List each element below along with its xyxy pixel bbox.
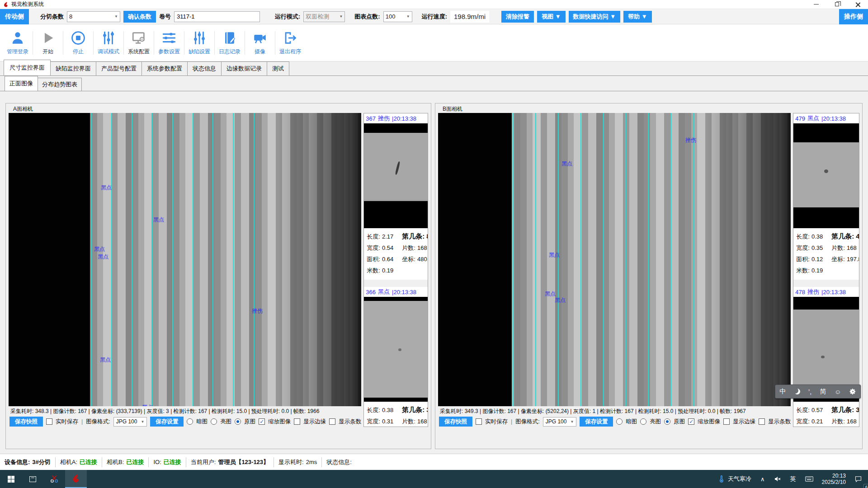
ime-mode-chinese[interactable]: 中 [779, 388, 786, 396]
defect-card: 367 挫伤 |20:13:38 长度:2.17 第几条:8 宽度:0.54 [364, 113, 428, 280]
operation-side-button[interactable]: 操作侧 [839, 9, 868, 24]
defect-mark [395, 161, 401, 174]
tab-test[interactable]: 测试 [267, 61, 289, 75]
title-bar: 视觉检测系统 [0, 0, 868, 9]
view-menu-button[interactable]: 视图 ▼ [537, 11, 565, 23]
original-image-radio[interactable] [235, 418, 241, 425]
run-mode-select[interactable]: 双面检测▼ [303, 11, 345, 22]
exit-program-button[interactable]: 退出程序 [275, 27, 305, 59]
monitor-gear-icon [131, 30, 146, 46]
stop-button[interactable]: 停止 [63, 27, 93, 59]
realtime-save-checkbox[interactable] [476, 418, 482, 425]
tab-defect-monitor[interactable]: 缺陷监控界面 [50, 61, 96, 75]
zoom-image-checkbox[interactable]: ✓ [688, 418, 694, 425]
ime-simplified[interactable]: 简 [820, 388, 826, 396]
zoom-image-label: 缩放图像 [698, 418, 720, 426]
tab-edge-data[interactable]: 边缘数据记录 [221, 61, 267, 75]
save-settings-button[interactable]: 保存设置 [580, 417, 613, 427]
show-edge-checkbox[interactable] [723, 418, 730, 425]
close-button[interactable] [847, 0, 868, 9]
bright-image-label: 亮图 [220, 418, 231, 426]
chart-points-select[interactable]: 100▼ [383, 11, 412, 22]
system-config-button[interactable]: 系统配置 [124, 27, 154, 59]
slit-boundary-line [254, 113, 255, 406]
image-format-select[interactable]: JPG 100▼ [543, 417, 577, 427]
defect-thumbnail[interactable] [364, 297, 428, 402]
defect-id: 478 [795, 289, 805, 296]
device-info: 设备信息: 3#分切 [0, 457, 56, 467]
confirm-count-button[interactable]: 确认条数 [123, 11, 156, 23]
slit-count-label: 分切条数 [40, 13, 64, 21]
zoom-image-checkbox[interactable]: ✓ [259, 418, 265, 425]
ime-toolbar[interactable]: 中 ’, 简 ☺ [775, 385, 861, 399]
roll-no-label: 卷号 [159, 13, 171, 21]
start-button[interactable]: 开始 [33, 27, 63, 59]
tab-front-image[interactable]: 正面图像 [5, 76, 38, 91]
save-settings-button[interactable]: 保存设置 [150, 417, 184, 427]
fullwidth-moon-icon[interactable] [794, 389, 800, 394]
io-connection: IO: 已连接 [149, 457, 186, 467]
show-strips-checkbox[interactable] [329, 418, 335, 425]
original-image-radio[interactable] [664, 418, 670, 425]
realtime-save-checkbox[interactable] [46, 418, 52, 425]
defect-time: |20:13:38 [392, 289, 416, 296]
help-menu-button[interactable]: 帮助 ▼ [623, 11, 651, 23]
defect-settings-button[interactable]: 缺陷设置 [184, 27, 214, 59]
tab-trend-chart[interactable]: 分布趋势图表 [38, 78, 82, 91]
slit-count-select[interactable]: 8▼ [67, 11, 120, 22]
defect-thumbnail[interactable] [364, 123, 428, 228]
show-strips-checkbox[interactable] [759, 418, 765, 425]
slit-boundary-line [670, 113, 671, 406]
language-indicator[interactable]: 英 [786, 470, 800, 488]
volume-muted-button[interactable] [770, 470, 785, 488]
log-record-button[interactable]: 日志记录 [215, 27, 245, 59]
slit-boundary-line [91, 113, 92, 406]
start-button[interactable] [0, 470, 22, 488]
image-format-select[interactable]: JPG 100▼ [113, 417, 147, 427]
param-settings-button[interactable]: 参数设置 [154, 27, 184, 59]
camera-a-image[interactable]: 黑点黑点黑点黑点黑点黑点挫伤 [9, 113, 361, 406]
gear-icon[interactable] [849, 388, 856, 395]
defect-id: 367 [366, 115, 376, 122]
tab-size-monitor[interactable]: 尺寸监控界面 [4, 60, 51, 75]
tab-product-model[interactable]: 产品型号配置 [96, 61, 142, 75]
task-view-button[interactable] [22, 470, 43, 488]
transmission-side-button[interactable]: 传动侧 [0, 9, 29, 24]
action-center-button[interactable]: 6 [850, 470, 866, 488]
defect-thumbnail[interactable] [793, 123, 859, 228]
clear-alarm-button[interactable]: 清除报警 [501, 11, 534, 23]
slit-boundary-line [603, 113, 604, 406]
main-tab-strip: 尺寸监控界面 缺陷监控界面 产品型号配置 系统参数配置 状态信息 边缘数据记录 … [0, 61, 868, 76]
taskbar-clock[interactable]: 20:13 2025/2/10 [818, 473, 849, 485]
defect-header: 367 挫伤 |20:13:38 [364, 113, 428, 123]
defect-label: 黑点 [555, 296, 566, 304]
bright-image-radio[interactable] [640, 418, 646, 425]
save-snapshot-button[interactable]: 保存快照 [439, 417, 472, 427]
camera-b-image[interactable]: 挫伤黑点黑点黑点黑点 [438, 113, 791, 406]
weather-widget[interactable]: 天气寒冷 [714, 470, 755, 488]
emoji-icon[interactable]: ☺ [835, 388, 841, 395]
show-edge-checkbox[interactable] [294, 418, 300, 425]
save-snapshot-button[interactable]: 保存快照 [9, 417, 43, 427]
admin-login-button[interactable]: 管理登录 [3, 27, 33, 59]
defect-label: 黑点 [142, 404, 153, 406]
restore-button[interactable] [826, 0, 847, 9]
dark-image-radio[interactable] [616, 418, 623, 425]
capture-button[interactable]: 摄像 [245, 27, 275, 59]
bright-image-radio[interactable] [211, 418, 217, 425]
roll-no-input[interactable] [174, 11, 260, 22]
taskbar-app-vision-system[interactable] [65, 470, 87, 488]
defect-label: 挫伤 [252, 307, 263, 315]
ime-punctuation[interactable]: ’, [808, 388, 811, 395]
defect-label: 黑点 [153, 216, 164, 224]
hidden-icons-button[interactable]: ∧ [756, 470, 769, 488]
tab-status-info[interactable]: 状态信息 [187, 61, 222, 75]
quick-data-menu-button[interactable]: 数据快捷访问 ▼ [569, 11, 620, 23]
dark-image-radio[interactable] [187, 418, 193, 425]
minimize-button[interactable] [806, 0, 826, 9]
touch-keyboard-button[interactable] [801, 470, 817, 488]
debug-mode-button[interactable]: 调试模式 [94, 27, 123, 59]
tab-system-params[interactable]: 系统参数配置 [142, 61, 188, 75]
camera-b-title: B面相机 [438, 105, 859, 113]
pinned-app-snipping[interactable] [43, 470, 65, 488]
